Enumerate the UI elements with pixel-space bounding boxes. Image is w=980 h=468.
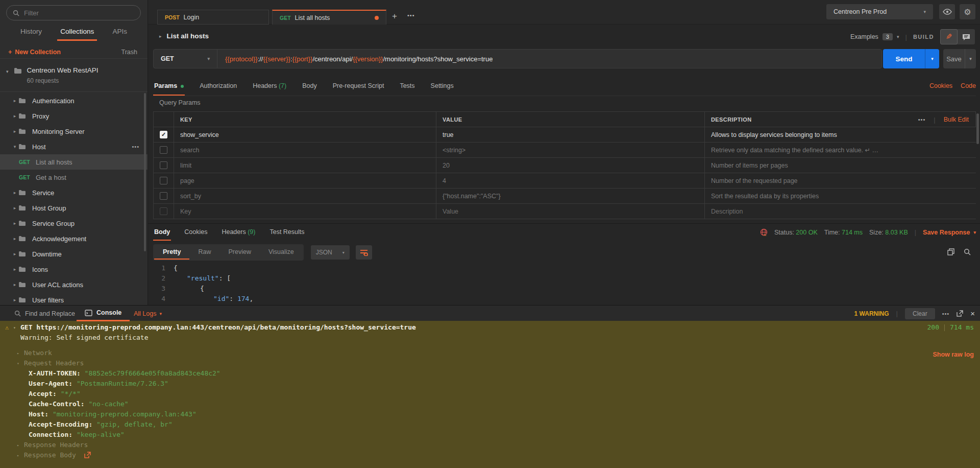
log-section-response-headers[interactable]: ▸ Response Headers (0, 440, 980, 450)
table-options-icon[interactable]: ••• (918, 116, 926, 123)
param-value[interactable]: 20 (436, 158, 705, 173)
table-scrollbar[interactable] (976, 113, 979, 144)
param-checkbox[interactable] (160, 192, 167, 200)
method-selector[interactable]: GET ▾ (154, 50, 217, 68)
find-and-replace-button[interactable]: Find and Replace (14, 306, 75, 321)
param-checkbox[interactable] (160, 207, 167, 215)
sidebar-folder-host-group[interactable]: ▸ Host Group (0, 200, 148, 216)
copy-icon[interactable] (947, 248, 954, 255)
url-input[interactable]: {{protocol}}://{{server}}:{{port}}/centr… (217, 55, 493, 63)
param-description[interactable]: Number of the requested page (705, 173, 976, 188)
console-tab[interactable]: Console (77, 306, 130, 321)
sidebar-folder-user-acl-actions[interactable]: ▸ User ACL actions (0, 277, 148, 292)
environment-selector[interactable]: Centreon Pre Prod ▾ (826, 4, 933, 19)
param-value-placeholder[interactable]: Value (436, 204, 705, 219)
tab-body[interactable]: Body (301, 77, 318, 96)
param-key[interactable]: page (174, 173, 436, 188)
sidebar-folder-acknowledgement[interactable]: ▸ Acknowledgement (0, 231, 148, 246)
sidebar-folder-downtime[interactable]: ▸ Downtime (0, 246, 148, 262)
view-raw[interactable]: Raw (189, 245, 219, 260)
param-key[interactable]: limit (174, 158, 436, 173)
chevron-down-icon[interactable]: ▾ (13, 323, 16, 333)
param-checkbox[interactable] (160, 161, 167, 169)
close-console-icon[interactable]: × (970, 309, 975, 318)
new-collection-button[interactable]: + New Collection (8, 49, 61, 56)
response-body-editor[interactable]: 1{ 2"result": [ 3{ 4"id": 174, (153, 263, 976, 305)
trash-button[interactable]: Trash (121, 49, 138, 56)
sidebar-folder-icons[interactable]: ▸ Icons (0, 262, 148, 277)
bulk-edit-link[interactable]: Bulk Edit (944, 116, 969, 123)
param-description-placeholder[interactable]: Description (705, 204, 976, 219)
sidebar-folder-service[interactable]: ▸ Service (0, 185, 148, 200)
more-options-icon[interactable]: ••• (132, 144, 139, 150)
param-description[interactable]: Retrieve only data matching the defined … (705, 143, 976, 157)
collection-header[interactable]: ▾ Centreon Web RestAPI 60 requests (0, 60, 148, 91)
param-value[interactable]: true (436, 127, 705, 142)
param-key-placeholder[interactable]: Key (174, 204, 436, 219)
param-key[interactable]: search (174, 143, 436, 157)
param-checkbox[interactable] (160, 177, 167, 184)
request-tab-list-all-hosts[interactable]: GET List all hosts (272, 10, 386, 25)
sidebar-folder-authentication[interactable]: ▸ Authentication (0, 93, 148, 108)
param-description[interactable]: Allows to display services belonging to … (705, 127, 976, 142)
log-section-network[interactable]: ▸ Network (0, 348, 980, 358)
log-entry-request[interactable]: ⚠ ▾ GET https://monitoring-preprod.compa… (0, 322, 980, 333)
param-value[interactable]: 4 (436, 173, 705, 188)
param-value[interactable]: <string> (436, 143, 705, 157)
request-title-toggle[interactable]: ▸ List all hosts (159, 32, 209, 40)
tab-params[interactable]: Params (153, 77, 185, 96)
edit-request-button[interactable]: ✎ (940, 29, 958, 44)
tab-response-headers[interactable]: Headers (9) (220, 225, 256, 241)
view-pretty[interactable]: Pretty (154, 245, 189, 260)
tab-headers[interactable]: Headers (7) (252, 77, 287, 96)
sidebar-request-list-all-hosts[interactable]: GET List all hosts (0, 154, 148, 170)
sidebar-folder-service-group[interactable]: ▸ Service Group (0, 216, 148, 231)
format-selector[interactable]: JSON ▾ (311, 245, 350, 260)
param-description[interactable]: Number of items per pages (705, 158, 976, 173)
sidebar-request-get-a-host[interactable]: GET Get a host (0, 170, 148, 185)
tab-options-icon[interactable]: ••• (407, 12, 415, 18)
sidebar-folder-proxy[interactable]: ▸ Proxy (0, 108, 148, 124)
console-options-icon[interactable]: ••• (942, 311, 950, 317)
examples-dropdown[interactable]: Examples 3 ▾ (850, 33, 899, 40)
sidebar-filter[interactable] (6, 5, 141, 20)
send-options-caret[interactable]: ▾ (925, 49, 939, 68)
send-button[interactable]: Send (883, 49, 925, 68)
clear-console-button[interactable]: Clear (905, 308, 935, 319)
save-options-caret[interactable]: ▾ (965, 49, 976, 68)
tab-history[interactable]: History (17, 26, 45, 41)
tab-settings[interactable]: Settings (430, 77, 455, 96)
view-preview[interactable]: Preview (219, 245, 259, 260)
search-response-icon[interactable] (964, 248, 971, 255)
external-link-icon[interactable] (84, 452, 91, 458)
sidebar-scrollbar[interactable] (144, 93, 146, 251)
wrap-lines-button[interactable] (356, 245, 372, 260)
param-checkbox[interactable]: ✓ (160, 131, 167, 138)
tab-authorization[interactable]: Authorization (199, 77, 238, 96)
environment-preview-button[interactable] (939, 4, 955, 19)
request-tab-login[interactable]: POST Login (157, 10, 269, 25)
tab-response-body[interactable]: Body (153, 225, 171, 241)
log-section-response-body[interactable]: ▸ Response Body (0, 450, 980, 460)
tab-test-results[interactable]: Test Results (268, 225, 305, 241)
log-section-request-headers[interactable]: ▾ Request Headers (0, 358, 980, 368)
tab-collections[interactable]: Collections (57, 26, 97, 41)
sidebar-folder-host[interactable]: ▾ Host ••• (0, 139, 148, 154)
save-response-button[interactable]: Save Response ▾ (923, 229, 976, 236)
all-logs-filter[interactable]: All Logs ▾ (134, 306, 162, 321)
tab-response-cookies[interactable]: Cookies (183, 225, 208, 241)
open-in-new-window-icon[interactable] (957, 310, 963, 317)
show-raw-log-link[interactable]: Show raw log (933, 349, 974, 360)
settings-button[interactable]: ⚙ (960, 4, 975, 19)
cookies-link[interactable]: Cookies (929, 77, 952, 95)
save-button[interactable]: Save (943, 49, 965, 68)
param-key[interactable]: show_service (174, 127, 436, 142)
tab-prerequest-script[interactable]: Pre-request Script (332, 77, 385, 96)
tab-apis[interactable]: APIs (109, 26, 130, 41)
param-checkbox[interactable] (160, 146, 167, 154)
param-key[interactable]: sort_by (174, 189, 436, 203)
sidebar-folder-monitoring-server[interactable]: ▸ Monitoring Server (0, 124, 148, 139)
ssl-warning-icon[interactable] (760, 228, 768, 236)
tab-tests[interactable]: Tests (399, 77, 415, 96)
param-description[interactable]: Sort the resulted data by its properties (705, 189, 976, 203)
